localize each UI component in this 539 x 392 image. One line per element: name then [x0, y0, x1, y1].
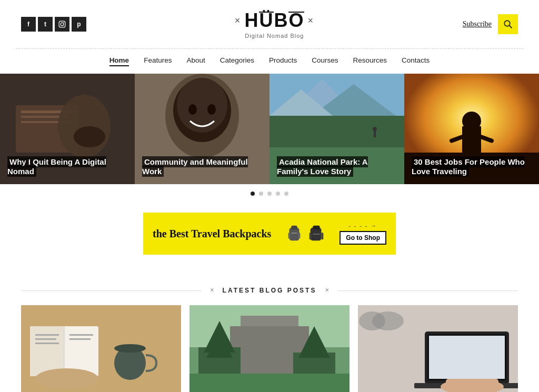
pinterest-icon[interactable]: p [72, 17, 86, 32]
nav-courses[interactable]: Courses [312, 56, 338, 66]
svg-rect-35 [298, 233, 301, 238]
svg-point-53 [35, 368, 98, 389]
svg-rect-48 [35, 343, 59, 344]
section-prefix-x: × [210, 286, 214, 295]
nav-resources[interactable]: Resources [353, 56, 387, 66]
post-card-2[interactable] [189, 305, 350, 392]
nav-home[interactable]: Home [109, 56, 129, 66]
svg-line-4 [509, 25, 512, 28]
svg-rect-46 [35, 334, 59, 336]
svg-point-16 [188, 104, 197, 115]
subscribe-button[interactable]: Subscribe [463, 20, 492, 28]
hero-slide-2[interactable]: Community and Meaningful Work [135, 74, 270, 184]
svg-rect-63 [189, 374, 350, 392]
svg-point-17 [207, 104, 216, 115]
slide-1-title: Why I Quit Being A Digital Nomad [7, 156, 106, 177]
dot-3[interactable] [267, 192, 272, 196]
svg-rect-36 [292, 233, 297, 234]
slide-2-overlay: Community and Meaningful Work [135, 152, 270, 185]
slider-dots [0, 184, 539, 203]
post-card-3[interactable] [358, 305, 518, 392]
svg-point-3 [504, 21, 510, 26]
dot-1[interactable] [251, 192, 255, 196]
ad-cta: - - - - → Go to Shop [340, 223, 386, 245]
logo-prefix-x: × [235, 15, 242, 26]
nav-contacts[interactable]: Contacts [402, 56, 430, 66]
svg-point-11 [74, 126, 105, 147]
slide-4-title: 30 Best Jobs For People Who Love Traveli… [412, 156, 525, 177]
go-to-shop-button[interactable]: Go to Shop [340, 231, 386, 245]
dot-2[interactable] [259, 192, 263, 196]
ad-backpacks [284, 224, 326, 244]
svg-point-1 [61, 23, 64, 26]
twitter-icon[interactable]: t [38, 17, 53, 32]
svg-rect-41 [313, 234, 320, 235]
dot-5[interactable] [284, 192, 288, 196]
dot-4[interactable] [276, 192, 280, 196]
svg-rect-67 [429, 336, 505, 379]
svg-point-2 [64, 22, 64, 23]
nav-categories[interactable]: Categories [220, 56, 254, 66]
posts-grid [0, 305, 539, 392]
hero-slider: Why I Quit Being A Digital Nomad Communi… [0, 74, 539, 184]
svg-rect-40 [322, 233, 324, 239]
svg-point-15 [177, 78, 227, 133]
ad-arrow-dashes: - - - - → [348, 223, 377, 229]
svg-rect-38 [313, 226, 320, 230]
svg-point-52 [114, 344, 146, 353]
svg-rect-34 [288, 233, 291, 238]
slide-4-overlay: 30 Best Jobs For People Who Love Traveli… [404, 152, 539, 185]
nav-products[interactable]: Products [269, 56, 297, 66]
ad-text: the Best Travel Backpacks [153, 227, 271, 240]
header-right: Subscribe [463, 14, 518, 34]
ad-banner[interactable]: the Best Travel Backpacks - - - - → Go t… [143, 213, 396, 255]
slide-1-overlay: Why I Quit Being A Digital Nomad [0, 152, 135, 185]
slide-2-title: Community and Meaningful Work [142, 156, 248, 177]
hero-slide-3[interactable]: Acadia National Park: A Family's Love St… [270, 74, 404, 184]
svg-rect-0 [59, 21, 65, 27]
logo-text: HÜBO [244, 9, 304, 32]
hero-slide-1[interactable]: Why I Quit Being A Digital Nomad [0, 74, 135, 184]
logo-suffix-x: × [307, 15, 314, 26]
svg-rect-25 [374, 131, 376, 137]
svg-rect-50 [69, 338, 91, 340]
svg-point-29 [462, 112, 481, 130]
svg-point-10 [58, 95, 111, 158]
svg-rect-70 [446, 379, 498, 389]
site-logo: × HÜBO × Digital Nomad Blog [235, 9, 314, 39]
search-button[interactable] [498, 14, 518, 34]
svg-rect-49 [69, 334, 93, 336]
slide-3-overlay: Acadia National Park: A Family's Love St… [270, 152, 404, 185]
svg-rect-47 [35, 338, 56, 340]
svg-point-24 [373, 127, 377, 131]
post-image-3 [358, 305, 518, 392]
facebook-icon[interactable]: f [21, 17, 36, 32]
main-nav: Home Features About Categories Products … [0, 49, 539, 74]
instagram-icon[interactable] [55, 17, 69, 32]
svg-rect-39 [310, 233, 312, 239]
svg-rect-33 [292, 226, 297, 230]
nav-features[interactable]: Features [144, 56, 172, 66]
post-image-2 [189, 305, 350, 392]
logo-subtitle: Digital Nomad Blog [235, 33, 314, 39]
section-line-right [337, 290, 518, 291]
section-suffix-x: × [325, 286, 329, 295]
social-icons: f t p [21, 17, 86, 32]
site-header: f t p × HÜBO × Digital Nomad Blog Subscr… [0, 0, 539, 48]
section-line-left [21, 290, 202, 291]
post-card-1[interactable] [21, 305, 181, 392]
post-image-1 [21, 305, 181, 392]
section-header: × LATEST BLOG POSTS × [0, 276, 539, 305]
section-title: LATEST BLOG POSTS [223, 287, 317, 294]
nav-about[interactable]: About [186, 56, 205, 66]
hero-slide-4[interactable]: 30 Best Jobs For People Who Love Traveli… [404, 74, 539, 184]
slide-3-title: Acadia National Park: A Family's Love St… [277, 156, 368, 177]
svg-point-72 [359, 311, 385, 330]
